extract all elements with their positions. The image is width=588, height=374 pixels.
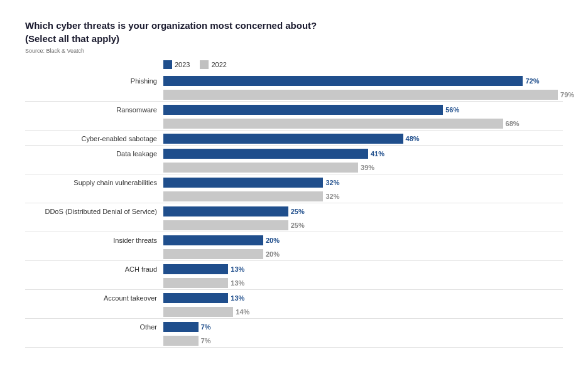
bar-label: ACH fraud	[25, 265, 163, 273]
bar-row-2023: DDoS (Distributed Denial of Service)25%	[25, 205, 563, 218]
chart-source: Source: Black & Veatch	[25, 48, 563, 54]
bar-group: DDoS (Distributed Denial of Service)25%2…	[25, 205, 563, 232]
bar-value-2022: 7%	[201, 337, 211, 345]
bar-label: Data leakage	[25, 150, 163, 158]
bar-track-2022: 7%	[163, 336, 563, 346]
bar-fill-2023	[163, 293, 228, 303]
bar-group: Data leakage41%39%	[25, 147, 563, 174]
bar-row-2023: Supply chain vulnerabilities32%	[25, 176, 563, 190]
bar-value-2022: 25%	[291, 222, 305, 229]
bar-row-2022: 79%	[25, 88, 563, 102]
bar-fill-2022	[163, 249, 263, 259]
bar-fill-2022	[163, 119, 503, 129]
bar-row-2023: Insider threats20%	[25, 233, 563, 247]
bar-row-2023: Phishing72%	[25, 74, 563, 88]
bar-row-2022: 68%	[25, 117, 563, 131]
bar-label: Insider threats	[25, 237, 163, 244]
bar-value-2022: 20%	[266, 250, 280, 258]
bar-track-2022: 39%	[163, 163, 563, 173]
bar-group: Account takeover13%14%	[25, 291, 563, 319]
bar-label: Phishing	[25, 77, 163, 85]
bar-group: Cyber-enabled sabotage48%	[25, 132, 563, 146]
bar-value-2022: 13%	[231, 279, 244, 287]
bar-label: DDoS (Distributed Denial of Service)	[25, 208, 163, 215]
bar-fill-2022	[163, 336, 199, 346]
bar-value-2022: 14%	[236, 308, 249, 316]
bar-row-2023: ACH fraud13%	[25, 262, 563, 276]
bar-value-2022: 32%	[325, 193, 339, 200]
bar-fill-2022	[163, 90, 558, 100]
bar-row-2022: 25%	[25, 218, 563, 232]
title-line1: Which cyber threats is your organization…	[25, 20, 317, 31]
legend-2022-box	[200, 60, 209, 69]
chart-container: Which cyber threats is your organization…	[0, 0, 588, 374]
bar-track-2023: 48%	[163, 134, 563, 144]
bar-value-2022: 39%	[361, 164, 374, 171]
bars-area: Phishing72%79%Ransomware56%68%Cyber-enab…	[25, 74, 563, 349]
bar-track-2023: 56%	[163, 105, 563, 115]
legend-2022-label: 2022	[211, 61, 226, 68]
legend-2022: 2022	[200, 60, 226, 69]
bar-value-2023: 13%	[231, 265, 244, 273]
bar-row-2023: Cyber-enabled sabotage48%	[25, 132, 563, 146]
legend-2023: 2023	[163, 60, 190, 69]
bar-track-2023: 32%	[163, 178, 563, 188]
bar-fill-2022	[163, 278, 228, 288]
chart-legend: 2023 2022	[163, 60, 563, 69]
bar-row-2022: 7%	[25, 334, 563, 348]
bar-track-2022: 13%	[163, 278, 563, 288]
bar-fill-2023	[163, 264, 228, 274]
bar-value-2023: 56%	[445, 106, 459, 114]
bar-group: Supply chain vulnerabilities32%32%	[25, 176, 563, 203]
chart-title: Which cyber threats is your organization…	[25, 19, 563, 45]
bar-track-2023: 13%	[163, 293, 563, 303]
bar-row-2023: Ransomware56%	[25, 103, 563, 117]
bar-row-2022: 39%	[25, 161, 563, 174]
bar-track-2022: 68%	[163, 119, 563, 129]
bar-group: ACH fraud13%13%	[25, 262, 563, 290]
bar-value-2023: 7%	[201, 323, 211, 331]
bar-label: Ransomware	[25, 106, 163, 114]
bar-value-2023: 13%	[231, 294, 244, 302]
bar-fill-2023	[163, 134, 403, 144]
bar-fill-2022	[163, 191, 323, 201]
bar-row-2022: 14%	[25, 305, 563, 319]
bar-value-2023: 25%	[291, 208, 305, 215]
bar-row-2023: Other7%	[25, 320, 563, 334]
bar-fill-2023	[163, 178, 323, 188]
bar-track-2022: 20%	[163, 249, 563, 259]
bar-group: Phishing72%79%	[25, 74, 563, 102]
bar-track-2023: 25%	[163, 206, 563, 216]
bar-label: Cyber-enabled sabotage	[25, 135, 163, 142]
bar-group: Insider threats20%20%	[25, 233, 563, 261]
title-line2: (Select all that apply)	[25, 33, 119, 44]
bar-group: Ransomware56%68%	[25, 103, 563, 131]
bar-row-2022: 13%	[25, 276, 563, 290]
bar-value-2023: 48%	[406, 135, 420, 142]
bar-track-2022: 79%	[163, 90, 574, 100]
bar-fill-2023	[163, 322, 199, 332]
bar-fill-2023	[163, 149, 368, 159]
bar-track-2023: 13%	[163, 264, 563, 274]
bar-row-2022: 20%	[25, 247, 563, 261]
bar-fill-2023	[163, 105, 443, 115]
legend-2023-box	[163, 60, 172, 69]
bar-fill-2023	[163, 235, 263, 245]
bar-label: Account takeover	[25, 294, 163, 302]
bar-fill-2023	[163, 206, 288, 216]
bar-group: Other7%7%	[25, 320, 563, 348]
bar-value-2022: 79%	[560, 91, 574, 99]
bar-label: Supply chain vulnerabilities	[25, 179, 163, 186]
bar-track-2022: 14%	[163, 307, 563, 317]
bar-row-2022: 32%	[25, 190, 563, 203]
bar-track-2022: 32%	[163, 191, 563, 201]
bar-value-2022: 68%	[506, 120, 520, 127]
bar-value-2023: 32%	[325, 179, 339, 186]
bar-track-2023: 72%	[163, 76, 563, 86]
bar-value-2023: 20%	[266, 237, 280, 244]
bar-track-2022: 25%	[163, 220, 563, 230]
bar-fill-2023	[163, 76, 523, 86]
bar-label: Other	[25, 323, 163, 331]
bar-track-2023: 7%	[163, 322, 563, 332]
bar-track-2023: 20%	[163, 235, 563, 245]
